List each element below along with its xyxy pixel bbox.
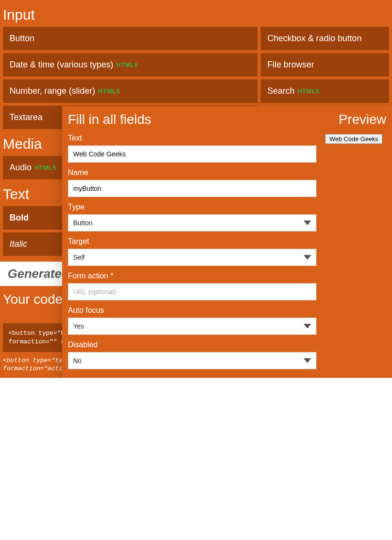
list-item-label: Number, range (slider) xyxy=(10,86,95,96)
preview-heading: Preview xyxy=(338,112,386,127)
list-item-label: Checkbox & radio button xyxy=(267,33,361,44)
name-input[interactable] xyxy=(68,180,316,197)
list-item-label: Search xyxy=(267,86,294,96)
target-label: Target xyxy=(68,237,316,246)
formaction-input[interactable] xyxy=(68,283,316,300)
chevron-down-icon xyxy=(304,220,311,225)
html5-badge-icon: HTML5 xyxy=(297,88,319,95)
html5-badge-icon: HTML5 xyxy=(116,61,138,68)
autofocus-label: Auto focus xyxy=(68,306,316,315)
list-item-label: Audio xyxy=(10,163,32,173)
disabled-select[interactable]: No xyxy=(68,352,316,369)
list-item-button[interactable]: Button xyxy=(3,27,258,50)
select-value: Self xyxy=(73,253,85,261)
select-value: Yes xyxy=(73,322,84,330)
chevron-down-icon xyxy=(304,255,311,260)
html5-badge-icon: HTML5 xyxy=(98,88,120,95)
chevron-down-icon xyxy=(304,358,311,363)
type-label: Type xyxy=(68,203,316,211)
disabled-label: Disabled xyxy=(68,341,316,349)
target-select[interactable]: Self xyxy=(68,249,316,266)
chevron-down-icon xyxy=(304,324,311,329)
list-item-label: Italic xyxy=(10,239,27,249)
type-select[interactable]: Button xyxy=(68,214,316,231)
modal-title: Fill in all fields xyxy=(68,112,151,127)
html5-badge-icon: HTML5 xyxy=(34,164,56,171)
fill-fields-modal: Fill in all fields Preview Text Name Typ… xyxy=(62,106,392,378)
list-item-label: File browser xyxy=(267,60,314,70)
autofocus-select[interactable]: Yes xyxy=(68,318,316,335)
list-item-datetime[interactable]: Date & time (various types) HTML5 xyxy=(3,53,258,77)
select-value: No xyxy=(73,357,82,364)
name-label: Name xyxy=(68,168,316,177)
list-item-label: Bold xyxy=(10,213,29,223)
text-label: Text xyxy=(68,134,316,143)
formaction-label: Form action * xyxy=(68,272,316,280)
list-item-label: Button xyxy=(10,33,34,44)
list-item-search[interactable]: Search HTML5 xyxy=(261,79,389,103)
section-heading-input: Input xyxy=(3,3,389,27)
preview-button[interactable]: Web Code Geeks xyxy=(325,134,382,144)
list-item-label: Textarea xyxy=(10,112,43,122)
select-value: Button xyxy=(73,219,92,227)
list-item-number-range[interactable]: Number, range (slider) HTML5 xyxy=(3,79,258,103)
list-item-label: Date & time (various types) xyxy=(10,60,113,70)
list-item-checkbox-radio[interactable]: Checkbox & radio button xyxy=(261,27,389,50)
list-item-file-browser[interactable]: File browser xyxy=(261,53,389,77)
text-input[interactable] xyxy=(68,145,316,163)
